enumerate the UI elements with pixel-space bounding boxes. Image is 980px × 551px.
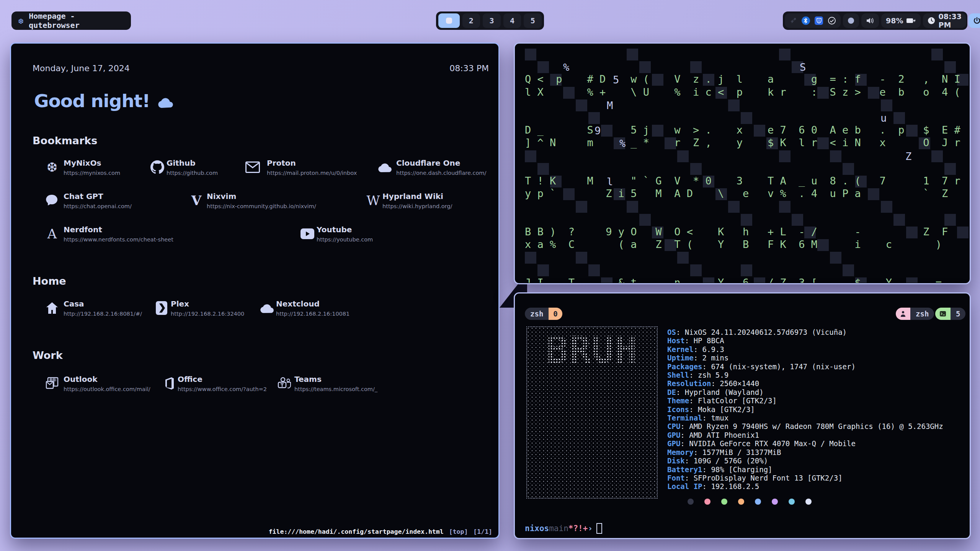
terminal-color-palette — [688, 499, 812, 505]
tmux-user-badge[interactable]: zsh — [896, 308, 934, 320]
nixos-snowflake-icon: ❆ — [18, 16, 23, 26]
office-icon — [162, 376, 177, 391]
bookmark-name: Youtube — [317, 225, 352, 234]
github-icon — [150, 160, 165, 175]
palette-dot — [772, 499, 778, 505]
cloud-icon — [377, 160, 392, 175]
bookmark-url: https://www.nerdfonts.com/cheat-sheet — [64, 236, 173, 243]
tray-icons — [785, 13, 841, 28]
bookmark-url: https://teams.microsoft.com/_ — [294, 386, 377, 392]
prompt-host: nixos — [525, 524, 549, 533]
active-window-titlebar[interactable]: ❆ Homepage - qutebrowser — [11, 11, 131, 30]
tmux-pane-badge[interactable]: 5 — [935, 308, 965, 320]
window-title: Homepage - qutebrowser — [29, 11, 124, 30]
prompt-git-branch: main — [549, 524, 568, 533]
workspace-3[interactable]: 3 — [483, 13, 501, 28]
greeting: Good night! — [34, 90, 176, 111]
bookmark-name: Nerdfont — [64, 225, 102, 234]
bookmark-url: https://outlook.office.com/mail/ — [64, 386, 150, 392]
bookmark-name: MyNixOs — [64, 158, 101, 168]
clock-module[interactable]: 08:33 PM — [923, 13, 966, 28]
plex-chevron-icon — [154, 300, 169, 316]
bookmark-name: Cloudflare One — [396, 158, 460, 168]
palette-dot — [755, 499, 761, 505]
section-title-bookmarks: Bookmarks — [33, 135, 97, 147]
bitwarden-shield-icon[interactable] — [815, 16, 823, 25]
check-circle-icon[interactable] — [828, 16, 836, 25]
bookmark-name: Github — [167, 158, 196, 168]
envelope-icon — [245, 160, 260, 175]
power-button[interactable] — [969, 13, 980, 28]
statusbar-tab-index: [1/1] — [473, 528, 492, 535]
bookmark-url: https://wiki.hyprland.org/ — [382, 203, 452, 209]
volume-button[interactable] — [861, 13, 879, 28]
battery-module[interactable]: 98% — [881, 13, 921, 28]
matrix-highlight-char: 5 — [613, 74, 619, 86]
battery-percentage: 98% — [886, 16, 903, 25]
bookmark-name: Teams — [294, 375, 322, 384]
bookmark-url: https://youtube.com — [317, 236, 373, 243]
bookmark-name: Office — [178, 375, 203, 384]
bookmark-name: Nextcloud — [276, 299, 320, 308]
workspace-2[interactable]: 2 — [462, 13, 480, 28]
bookmark-name: Hyprland Wiki — [382, 192, 443, 201]
bookmark-url: https://www.office.com/?auth=2 — [178, 386, 267, 392]
ascii-art-logo: BRUH — [526, 326, 658, 499]
tmux-window-index: 0 — [549, 308, 562, 320]
teams-icon — [277, 376, 292, 391]
youtube-icon — [300, 226, 315, 241]
prompt-arrow: › — [588, 524, 593, 533]
shell-prompt[interactable]: nixos main*?!+ › — [525, 523, 602, 534]
ascii-art-word: BRUH — [529, 329, 655, 372]
bluetooth-icon[interactable] — [802, 16, 810, 25]
workspace-4[interactable]: 4 — [503, 13, 521, 28]
palette-dot — [805, 499, 812, 505]
section-title-work: Work — [33, 349, 63, 361]
qutebrowser-statusbar: file:///home/hadi/.config/startpage/inde… — [11, 525, 498, 538]
matrix-highlight-char: % — [563, 61, 569, 73]
tmux-session-name: zsh — [525, 308, 549, 320]
clock-icon — [928, 17, 935, 24]
bookmark-name: Nixvim — [207, 192, 236, 201]
bookmark-url: https://nix-community.github.io/nixvim/ — [207, 203, 316, 209]
bookmark-url: https://one.dash.cloudflare.com/ — [396, 170, 486, 176]
qutebrowser-window[interactable]: Monday, June 17, 2024 08:33 PM Good nigh… — [10, 42, 500, 539]
palette-dot — [688, 499, 694, 505]
bookmark-url: http://192.168.2.16:8081/#/ — [64, 311, 142, 317]
wiki-w-icon: W — [366, 193, 381, 208]
chat-bubble-icon — [44, 193, 60, 208]
resize-arrows-icon[interactable] — [789, 17, 797, 24]
workspace-5[interactable]: 5 — [524, 13, 542, 28]
fastfetch-terminal-window[interactable]: zsh 0 zsh 5 BRUH OS: NixOS 24.11.2024061… — [514, 292, 971, 539]
snowflake-icon: ❆ — [44, 160, 60, 175]
idle-inhibitor-button[interactable] — [843, 13, 859, 28]
bookmark-url: http://192.168.2.16:32400 — [171, 311, 244, 317]
cmatrix-terminal-window[interactable]: Q < p # D w ( V z . j l a g = : f - 2 , … — [514, 42, 971, 284]
startpage-time: 08:33 PM — [449, 64, 489, 73]
power-icon — [973, 17, 980, 24]
matrix-highlight-char: u — [880, 112, 887, 124]
matrix-highlight-char: l — [607, 176, 613, 187]
speaker-icon — [866, 17, 874, 24]
section-title-home: Home — [33, 275, 66, 287]
tmux-user-shell: zsh — [910, 308, 934, 320]
letter-a-icon: A — [44, 226, 60, 241]
bookmark-name: Casa — [64, 299, 84, 308]
terminal-cursor — [596, 523, 602, 534]
outlook-icon — [44, 376, 60, 391]
house-icon — [44, 300, 60, 316]
tmux-session-badge[interactable]: zsh 0 — [525, 308, 562, 320]
matrix-highlight-char: Z — [905, 150, 911, 162]
palette-dot — [789, 499, 795, 505]
matrix-highlight-char: M — [607, 99, 613, 111]
bookmark-name: Outlook — [64, 375, 97, 384]
workspace-switcher: 2 3 4 5 — [436, 11, 544, 30]
fastfetch-info: OS: NixOS 24.11.20240612.57d6973 (Vicuña… — [667, 328, 943, 491]
bookmark-url: https://mail.proton.me/u/0/inbox — [267, 170, 357, 176]
bookmark-url: https://github.com — [167, 170, 218, 176]
workspace-1-active[interactable] — [438, 13, 460, 28]
palette-dot — [738, 499, 744, 505]
clock-time: 08:33 PM — [938, 12, 961, 29]
person-icon — [896, 308, 910, 320]
matrix-rain-text: Q < p # D w ( V z . j l a g = : f - 2 , … — [525, 47, 965, 283]
